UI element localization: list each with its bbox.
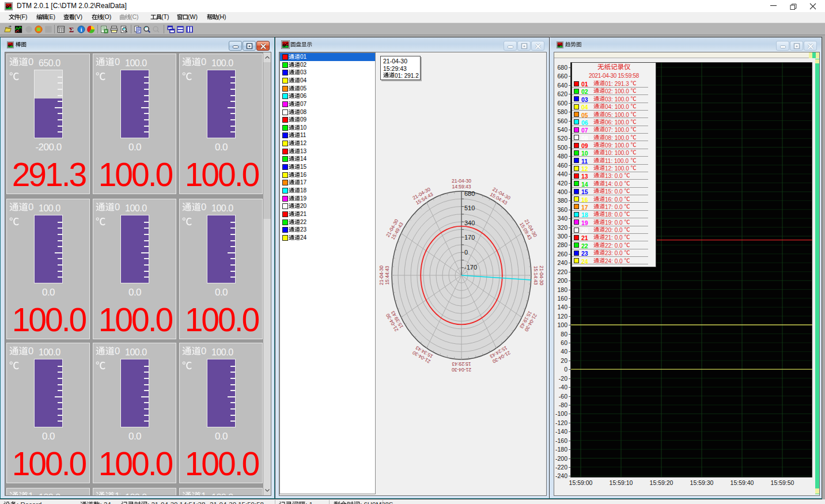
svg-text:15: 0.0: 15: 0.0 <box>605 188 623 195</box>
svg-text:15:29:43: 15:29:43 <box>452 361 471 367</box>
svg-text:06: 100.0: 06: 100.0 <box>605 119 629 125</box>
svg-text:23: 0.0: 23: 0.0 <box>605 250 623 256</box>
svg-text:(H): (H) <box>218 13 226 20</box>
svg-text:08: 100.0: 08: 100.0 <box>605 134 629 141</box>
svg-text:: 24: : 24 <box>100 501 112 504</box>
svg-text:(T): (T) <box>161 13 169 20</box>
svg-text:12: 12 <box>201 492 207 496</box>
svg-text:17: 0.0: 17: 0.0 <box>605 203 623 210</box>
svg-text:11: 100.0: 11: 100.0 <box>605 157 629 164</box>
svg-text:: 6H0M38S: : 6H0M38S <box>360 501 393 504</box>
svg-text:19: 0.0: 19: 0.0 <box>605 219 623 225</box>
svg-text:06: 06 <box>201 203 207 212</box>
svg-text:05: 05 <box>115 203 120 212</box>
svg-text:21-04-30 15:59:58: 21-04-30 15:59:58 <box>210 501 264 504</box>
svg-text:0: 0 <box>464 249 468 256</box>
svg-text:21-04-30: 21-04-30 <box>539 266 544 285</box>
svg-text:: Record...: : Record... <box>17 501 47 504</box>
svg-text:: 21-04-30 14:51:38: : 21-04-30 14:51:38 <box>147 501 205 504</box>
svg-text:18: 0.0: 18: 0.0 <box>605 211 623 218</box>
svg-text:09: 09 <box>201 347 207 356</box>
svg-text:05: 100.0: 05: 100.0 <box>605 111 629 118</box>
svg-text:21-04-30: 21-04-30 <box>452 367 471 373</box>
svg-text:(O): (O) <box>103 13 111 20</box>
svg-text:10: 100.0: 10: 100.0 <box>605 150 629 156</box>
svg-text:170: 170 <box>464 234 475 241</box>
svg-text:(E): (E) <box>47 13 55 20</box>
svg-text:08: 08 <box>115 347 120 356</box>
svg-text:01: 291.2: 01: 291.2 <box>395 73 419 79</box>
svg-text:15:14:43: 15:14:43 <box>533 266 539 285</box>
svg-text:22: 0.0: 22: 0.0 <box>605 242 623 248</box>
svg-text:01: 291.3: 01: 291.3 <box>605 81 629 87</box>
svg-text:11: 11 <box>115 492 120 496</box>
svg-text:02: 02 <box>115 58 120 67</box>
svg-text:10: 10 <box>28 492 34 496</box>
svg-text:(C): (C) <box>130 13 139 20</box>
svg-text:510: 510 <box>464 204 475 211</box>
svg-text:-170: -170 <box>464 264 477 271</box>
svg-text:02: 100.0: 02: 100.0 <box>605 88 629 94</box>
svg-text:680: 680 <box>464 190 475 197</box>
svg-text:15:44:43: 15:44:43 <box>384 266 390 285</box>
svg-text:07: 07 <box>28 347 34 356</box>
svg-text:12: 100.0: 12: 100.0 <box>605 165 629 172</box>
svg-text:16: 0.0: 16: 0.0 <box>605 196 623 202</box>
svg-text:: 1: : 1 <box>305 501 313 504</box>
svg-text:21-04-30: 21-04-30 <box>452 178 471 184</box>
svg-text:13: 0.0: 13: 0.0 <box>605 173 623 179</box>
svg-text:07: 100.0: 07: 100.0 <box>605 127 629 133</box>
svg-text:14: 0.0: 14: 0.0 <box>605 180 623 187</box>
svg-text:340: 340 <box>464 219 475 226</box>
svg-text:Σ: Σ <box>69 25 74 33</box>
svg-text:(F): (F) <box>20 13 27 20</box>
svg-text:09: 100.0: 09: 100.0 <box>605 142 629 149</box>
svg-text:20: 0.0: 20: 0.0 <box>605 227 623 233</box>
svg-text:03: 100.0: 03: 100.0 <box>605 96 629 102</box>
svg-text:21: 0.0: 21: 0.0 <box>605 234 623 241</box>
svg-text:24: 0.0: 24: 0.0 <box>605 257 623 264</box>
svg-text:14:59:43: 14:59:43 <box>452 184 471 190</box>
svg-text:04: 04 <box>28 203 34 212</box>
svg-text:01: 01 <box>28 58 34 67</box>
svg-text:(V): (V) <box>74 13 82 20</box>
svg-text:03: 03 <box>201 58 207 67</box>
svg-text:i: i <box>81 26 82 33</box>
svg-text:21-04-30: 21-04-30 <box>379 266 384 285</box>
svg-text:04: 100.0: 04: 100.0 <box>605 104 629 110</box>
svg-text:(W): (W) <box>188 13 198 20</box>
